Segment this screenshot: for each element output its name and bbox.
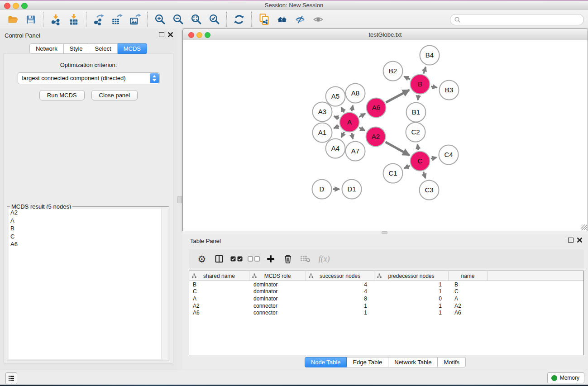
tab-edge-table[interactable]: Edge Table: [347, 357, 388, 367]
network-canvas[interactable]: A5A8A6A3AA1A2A4A7B2B4BB3B1C2C4CC1C3DD1: [183, 40, 588, 231]
import-table-button[interactable]: [65, 11, 83, 28]
home-button[interactable]: [273, 11, 291, 28]
graph-edge-A-A5[interactable]: [341, 107, 344, 112]
graph-edge-B-B1[interactable]: [418, 95, 419, 100]
graph-edge-C-C4[interactable]: [431, 157, 436, 159]
graph-node-B1[interactable]: B1: [406, 103, 426, 122]
criterion-dropdown[interactable]: largest connected component (directed): [18, 72, 160, 84]
splitter-handle[interactable]: [177, 196, 182, 203]
graph-node-A2[interactable]: A2: [366, 127, 386, 147]
result-list-item[interactable]: A6: [9, 240, 167, 248]
deselect-all-rows-button[interactable]: [245, 250, 262, 267]
graph-node-C2[interactable]: C2: [406, 123, 425, 142]
column-view-button[interactable]: [210, 250, 228, 267]
table-row[interactable]: Adominator80A: [189, 295, 583, 302]
export-network-button[interactable]: [90, 11, 108, 28]
vertical-splitter[interactable]: [177, 29, 182, 370]
add-column-button[interactable]: [262, 250, 279, 267]
hide-selected-button[interactable]: [291, 11, 309, 28]
zoom-fit-button[interactable]: [187, 11, 205, 28]
graph-edge-A-A7[interactable]: [352, 133, 353, 139]
task-history-button[interactable]: [5, 372, 17, 384]
tab-network-table[interactable]: Network Table: [388, 357, 438, 367]
graph-node-C3[interactable]: C3: [420, 181, 439, 200]
column-type-icon: [309, 273, 313, 278]
graph-edge-C-C3[interactable]: [423, 172, 425, 178]
column-header-predecessor-nodes[interactable]: predecessor nodes: [374, 271, 449, 281]
import-network-button[interactable]: [47, 11, 65, 28]
graph-node-A3[interactable]: A3: [313, 102, 332, 122]
graph-node-A[interactable]: A: [340, 113, 359, 132]
graph-node-B[interactable]: B: [411, 75, 430, 94]
table-row[interactable]: Bdominator41B: [189, 281, 583, 288]
graph-edge-A-A1[interactable]: [334, 126, 339, 128]
table-row[interactable]: A2connector11A2: [189, 302, 583, 310]
result-list-item[interactable]: A2: [9, 209, 167, 217]
graph-node-C1[interactable]: C1: [383, 164, 403, 183]
column-header-successor-nodes[interactable]: successor nodes: [306, 271, 374, 281]
save-session-button[interactable]: [22, 11, 40, 28]
float-panel-icon[interactable]: [159, 32, 164, 37]
memory-button[interactable]: Memory: [547, 372, 584, 383]
column-header-shared-name[interactable]: shared name: [189, 271, 249, 281]
tab-node-table[interactable]: Node Table: [305, 357, 347, 367]
graph-node-D1[interactable]: D1: [342, 180, 362, 199]
zoom-selected-button[interactable]: [205, 11, 223, 28]
tab-network[interactable]: Network: [29, 43, 64, 54]
zoom-in-button[interactable]: [151, 11, 169, 28]
graph-edge-A2-C[interactable]: [386, 142, 409, 155]
close-panel-icon[interactable]: [577, 238, 582, 243]
table-row[interactable]: Cdominator41C: [189, 288, 583, 295]
close-panel-icon[interactable]: [168, 32, 173, 37]
table-row[interactable]: A6connector11A6: [189, 309, 583, 316]
graph-edge-B-B2[interactable]: [404, 76, 410, 79]
result-list-item[interactable]: C: [9, 233, 167, 241]
delete-column-button[interactable]: [279, 250, 296, 267]
graph-edge-A-A4[interactable]: [341, 132, 344, 138]
graph-node-B2[interactable]: B2: [383, 62, 403, 81]
graph-edge-A-A2[interactable]: [359, 128, 365, 131]
run-mcds-button[interactable]: Run MCDS: [39, 90, 85, 100]
zoom-out-button[interactable]: [169, 11, 187, 28]
graph-node-A6[interactable]: A6: [367, 98, 386, 118]
new-network-from-selection-button[interactable]: [255, 11, 273, 28]
export-table-button[interactable]: [108, 11, 126, 28]
result-list-item[interactable]: B: [9, 224, 167, 233]
tab-motifs[interactable]: Motifs: [438, 357, 466, 367]
float-panel-icon[interactable]: [568, 238, 574, 243]
open-session-button[interactable]: [4, 11, 22, 28]
export-image-button[interactable]: [126, 11, 144, 28]
apply-layout-button[interactable]: [230, 11, 248, 28]
graph-node-A8[interactable]: A8: [346, 84, 365, 103]
search-input[interactable]: [462, 15, 579, 24]
result-list-item[interactable]: A: [9, 217, 167, 225]
graph-edge-A-A6[interactable]: [359, 114, 365, 117]
graph-edge-A-A3[interactable]: [334, 116, 339, 118]
graph-node-D[interactable]: D: [312, 180, 332, 199]
column-header-name[interactable]: name: [449, 271, 488, 281]
select-all-rows-button[interactable]: [228, 250, 245, 267]
tab-mcds[interactable]: MCDS: [118, 43, 147, 54]
graph-node-B3[interactable]: B3: [440, 81, 459, 100]
graph-node-B4[interactable]: B4: [420, 46, 440, 65]
graph-node-A7[interactable]: A7: [346, 142, 365, 161]
close-panel-button[interactable]: Close panel: [91, 90, 138, 100]
graph-node-A1[interactable]: A1: [313, 123, 332, 143]
tab-style[interactable]: Style: [64, 43, 89, 54]
table-settings-button[interactable]: ⚙: [193, 250, 210, 267]
graph-edge-B-B4[interactable]: [424, 67, 426, 74]
graph-node-A4[interactable]: A4: [326, 139, 345, 158]
graph-edge-C-C2[interactable]: [417, 144, 418, 150]
graph-node-C[interactable]: C: [411, 152, 430, 171]
scrollbar-track[interactable]: [161, 209, 167, 359]
graph-node-A5[interactable]: A5: [326, 87, 345, 106]
graph-node-C4[interactable]: C4: [439, 145, 459, 165]
graph-edge-B-B3[interactable]: [431, 86, 437, 88]
graph-edge-A-A8[interactable]: [352, 105, 353, 111]
graph-edge-A6-B[interactable]: [386, 90, 409, 102]
search-field[interactable]: [450, 14, 584, 25]
tab-select[interactable]: Select: [89, 43, 118, 54]
window-resize-grip[interactable]: [581, 224, 587, 230]
column-header-MCDS-role[interactable]: MCDS role: [249, 271, 306, 281]
graph-edge-C-C1[interactable]: [404, 166, 410, 168]
